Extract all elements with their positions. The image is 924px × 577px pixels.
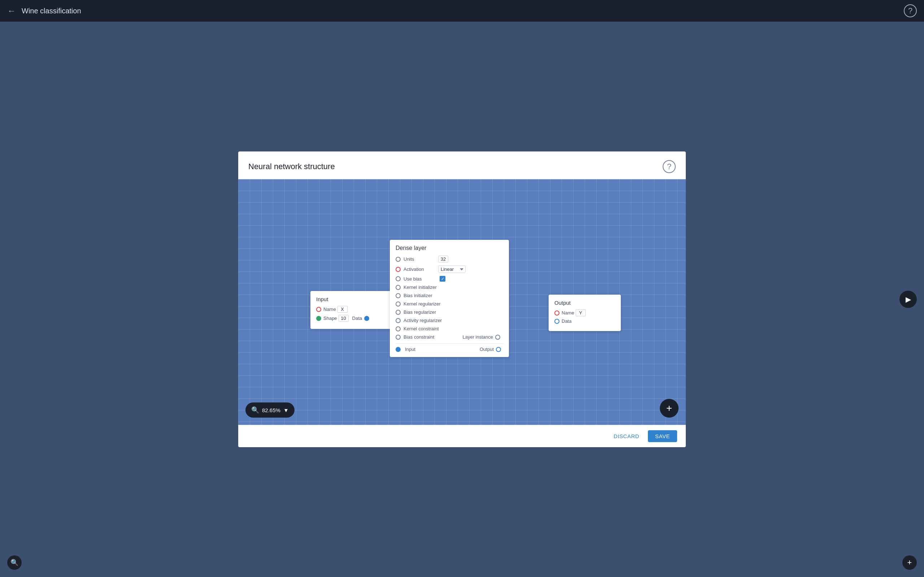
kernel-init-label: Kernel initializer — [404, 285, 437, 290]
units-connector — [396, 257, 401, 262]
bias-constraint-row: Bias constraint Layer instance — [396, 334, 503, 340]
input-node: Input Name X Shape 10 Data — [310, 291, 393, 329]
play-button[interactable]: ▶ — [900, 291, 917, 308]
output-port-dot — [496, 347, 501, 352]
app-title: Wine classification — [22, 7, 81, 15]
bias-reg-label: Bias regularizer — [404, 309, 436, 315]
activity-reg-row: Activity regularizer — [396, 318, 503, 323]
layer-instance-label: Layer instance — [462, 334, 493, 340]
kernel-constraint-connector — [396, 326, 401, 331]
bias-constraint-connector — [396, 335, 401, 340]
bias-init-row: Bias initializer — [396, 293, 503, 298]
kernel-reg-connector — [396, 301, 401, 306]
kernel-reg-label: Kernel regularizer — [404, 301, 441, 306]
output-data-row: Data — [554, 318, 615, 324]
activation-row: Activation Linear ReLU Sigmoid Tanh Soft… — [396, 266, 503, 273]
units-row: Units 32 — [396, 256, 503, 263]
use-bias-connector — [396, 276, 401, 281]
use-bias-checkbox[interactable]: ✓ — [439, 276, 446, 282]
bias-constraint-label: Bias constraint — [404, 334, 436, 340]
discard-button[interactable]: DISCARD — [609, 430, 643, 442]
input-name-connector — [316, 307, 321, 312]
activity-reg-label: Activity regularizer — [404, 318, 442, 323]
activation-select[interactable]: Linear ReLU Sigmoid Tanh Softmax — [438, 266, 465, 273]
bias-init-connector — [396, 293, 401, 298]
units-value[interactable]: 32 — [438, 256, 448, 263]
output-node-title: Output — [554, 300, 615, 306]
input-data-connector — [364, 316, 369, 321]
input-name-label: Name — [323, 306, 336, 312]
output-port-label: Output — [480, 347, 494, 352]
dense-bottom-row: Input Output — [396, 343, 503, 352]
dense-layer-node: Dense layer Units 32 Activation Linear R… — [390, 240, 509, 357]
output-node: Output Name Y Data — [549, 295, 621, 331]
activity-reg-connector — [396, 318, 401, 323]
use-bias-row: Use bias ✓ — [396, 276, 503, 282]
dense-node-title: Dense layer — [396, 245, 503, 251]
modal-help-icon[interactable]: ? — [663, 160, 676, 173]
output-port: Output — [480, 347, 503, 352]
side-zoom-button[interactable]: 🔍 — [7, 555, 22, 570]
save-button[interactable]: SAVE — [648, 430, 677, 442]
layer-instance-connector — [495, 335, 500, 340]
top-bar-help-icon[interactable]: ? — [904, 4, 917, 17]
input-name-value[interactable]: X — [338, 306, 347, 313]
input-port: Input — [396, 347, 415, 352]
activation-label: Activation — [404, 266, 436, 272]
output-name-row: Name Y — [554, 309, 615, 316]
bias-init-label: Bias initializer — [404, 293, 436, 298]
zoom-label: 82.65% — [262, 407, 281, 413]
kernel-constraint-label: Kernel constraint — [404, 326, 439, 331]
activation-connector — [396, 267, 401, 272]
top-bar-left: ← Wine classification — [7, 6, 81, 16]
zoom-icon: 🔍 — [251, 406, 259, 414]
bias-reg-connector — [396, 310, 401, 315]
kernel-constraint-row: Kernel constraint — [396, 326, 503, 331]
output-data-label: Data — [562, 318, 571, 324]
add-node-button[interactable]: + — [660, 399, 678, 417]
kernel-init-row: Kernel initializer — [396, 285, 503, 290]
side-add-button[interactable]: + — [902, 555, 917, 570]
input-node-title: Input — [316, 296, 388, 302]
neural-network-modal: Neural network structure ? Input Name X — [238, 152, 686, 447]
top-bar: ← Wine classification ? — [0, 0, 924, 22]
output-name-value[interactable]: Y — [576, 309, 586, 316]
output-name-label: Name — [562, 310, 574, 316]
input-data-label: Data — [352, 316, 362, 321]
output-name-connector — [554, 311, 559, 316]
units-label: Units — [404, 256, 436, 262]
modal-header: Neural network structure ? — [238, 152, 686, 179]
input-shape-value[interactable]: 10 — [339, 315, 349, 322]
zoom-control[interactable]: 🔍 82.65% ▼ — [246, 403, 294, 417]
kernel-reg-row: Kernel regularizer — [396, 301, 503, 306]
zoom-dropdown-icon: ▼ — [283, 407, 289, 413]
modal-footer: DISCARD SAVE — [238, 425, 686, 447]
back-button[interactable]: ← — [7, 6, 16, 16]
bias-reg-row: Bias regularizer — [396, 309, 503, 315]
canvas-area[interactable]: Input Name X Shape 10 Data Dense layer — [238, 179, 686, 425]
input-port-label: Input — [405, 347, 415, 352]
kernel-init-connector — [396, 285, 401, 290]
input-shape-connector — [316, 316, 321, 321]
use-bias-label: Use bias — [404, 276, 436, 282]
output-data-connector — [554, 319, 559, 324]
input-port-dot — [396, 347, 401, 352]
input-name-row: Name X — [316, 306, 388, 313]
modal-title: Neural network structure — [248, 162, 335, 171]
input-shape-label: Shape — [323, 316, 337, 321]
input-shape-row: Shape 10 Data — [316, 315, 388, 322]
